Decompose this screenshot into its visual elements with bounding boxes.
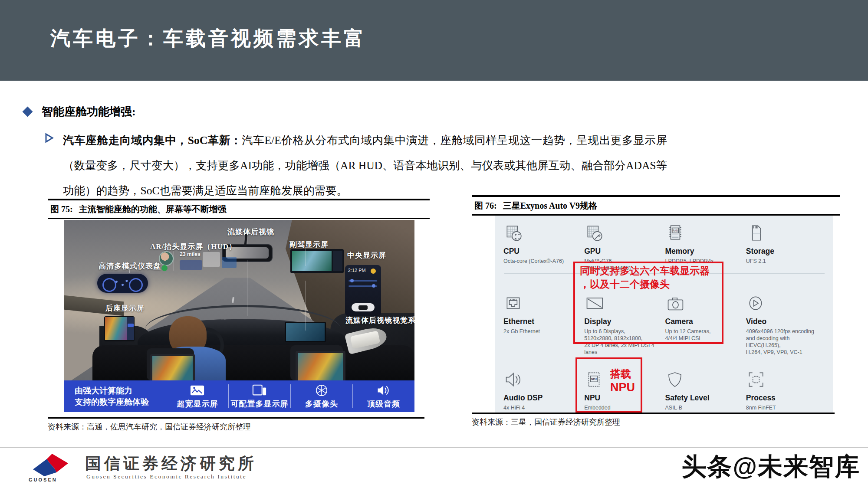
paragraph-bold-lead: 汽车座舱走向域内集中，SoC革新： xyxy=(63,134,242,147)
slider-knob xyxy=(350,279,354,282)
annotation-line1: 同时支持多达六个车载显示器 xyxy=(580,264,710,278)
storage-card-icon xyxy=(746,220,821,242)
hud-map-card xyxy=(222,257,237,268)
feature-顶级音频: 顶级音频 xyxy=(352,384,414,408)
spec-row: Audio DSP4x HiFi 4NPUNPUEmbeddedSafety L… xyxy=(503,367,827,411)
spec-desc: 2x Gb Ethernet xyxy=(503,328,578,335)
npu-annotation: 搭载 NPU xyxy=(610,367,635,394)
tagline-line1: 由强大计算能力 xyxy=(75,385,167,396)
slider-knob xyxy=(372,284,375,288)
figure75-caption: 图 75:主流智能座舱的功能、屏幕等不断增强 xyxy=(48,199,430,219)
spec-name: Ethernet xyxy=(503,317,578,326)
figure76-number: 图 76: xyxy=(474,201,497,210)
rear-seat-screen xyxy=(104,316,135,341)
spec-name: Storage xyxy=(746,247,821,256)
org-name-en: Guosen Securities Economic Research Inst… xyxy=(86,473,247,480)
tagline-line2: 支持的数字座舱体验 xyxy=(75,396,167,408)
feature-label: 顶级音频 xyxy=(367,399,400,409)
slide: 汽车电子：车载音视频需求丰富 智能座舱功能增强: 汽车座舱走向域内集中，SoC革… xyxy=(0,0,868,488)
label-rear-display: 后座显示屏 xyxy=(105,303,145,313)
figure76-source: 资料来源：三星，国信证券经济研究所整理 xyxy=(472,413,835,427)
spec-desc: ASIL-B xyxy=(665,404,740,411)
slider xyxy=(349,280,377,282)
hud-nav-card xyxy=(203,252,220,267)
feature-超宽显示屏: 超宽显示屏 xyxy=(167,384,228,408)
process-chip-icon xyxy=(746,367,821,389)
spec-name: Memory xyxy=(665,247,740,256)
spec-name: Audio DSP xyxy=(503,393,578,403)
connector-line xyxy=(247,260,247,316)
passenger-screen xyxy=(290,249,344,273)
bullet-level1: 智能座舱功能增强: xyxy=(24,104,136,119)
wide-display-icon xyxy=(189,384,206,397)
slider xyxy=(349,285,377,287)
side-mirror-glass xyxy=(350,331,380,349)
spec-desc: 4096x4096 120fps encodingand decoding wi… xyxy=(746,328,821,356)
hud-distance-text: 23 miles xyxy=(180,251,200,257)
spec-desc: UFS 2.1 xyxy=(746,258,821,265)
label-streaming-mirror: 流媒体后视镜 xyxy=(227,227,274,237)
ethernet-port-icon xyxy=(503,290,578,313)
spec-name: Video xyxy=(746,317,821,326)
figure75-source: 资料来源：高通，佐思汽车研究，国信证券经济研究所整理 xyxy=(48,417,424,432)
cockpit-photo: 2:12 PM 23 miles 流媒体后视镜AR/抬头显示屏（HUD）副驾显示… xyxy=(64,220,414,380)
diamond-bullet-icon xyxy=(22,106,33,117)
spec-process: Process8nm FinFET xyxy=(746,367,827,411)
exynos-spec-panel: CPUOcta-core (Cortex®-A76)GPUMali™-G76 (… xyxy=(495,216,833,413)
body-paragraph: 汽车座舱走向域内集中，SoC革新：汽车E/E价格从分布式向域内集中演进，座舱域同… xyxy=(63,128,667,203)
spec-audio-dsp: Audio DSP4x HiFi 4 xyxy=(503,367,584,411)
shield-icon xyxy=(665,367,740,389)
feature-list: 超宽显示屏可配置多显示屏多摄像头顶级音频 xyxy=(167,384,414,408)
feature-label: 多摄像头 xyxy=(305,399,338,409)
org-name-cn: 国信证券经济研究所 xyxy=(85,453,257,475)
feature-label: 可配置多显示屏 xyxy=(231,399,289,409)
rear-seat-menu-selected xyxy=(128,324,134,327)
hud-card xyxy=(180,260,202,270)
label-ar-hud: AR/抬头显示屏（HUD） xyxy=(150,242,237,252)
video-play-icon xyxy=(746,290,821,313)
rear-seat-screen-content xyxy=(105,317,127,340)
svg-text:RAM: RAM xyxy=(672,229,678,232)
guosen-logo-text: GUOSEN xyxy=(29,477,57,482)
multi-display-icon xyxy=(251,384,268,397)
cluster-dots xyxy=(112,279,133,287)
ram-chip-icon: RAM xyxy=(665,220,740,242)
feature-bar-tagline: 由强大计算能力 支持的数字座舱体验 xyxy=(64,385,167,408)
watermark-text: 头条@未来智库 xyxy=(681,450,860,484)
connector-line xyxy=(174,251,174,271)
passenger-screen-menu xyxy=(333,251,342,271)
sun-icon xyxy=(371,269,376,274)
slide-header: 汽车电子：车载音视频需求丰富 xyxy=(0,0,868,81)
label-passenger-display: 副驾显示屏 xyxy=(289,239,329,249)
npu-annotation-line1: 搭载 xyxy=(610,367,635,381)
npu-annotation-line2: NPU xyxy=(610,381,635,394)
passenger-screen-content xyxy=(292,251,332,271)
clock-text: 2:12 PM xyxy=(348,268,366,273)
annotation-line2: ，以及十二个摄像头 xyxy=(580,278,710,291)
figure76-caption: 图 76:三星Exynos Auto V9规格 xyxy=(472,195,840,216)
headrest-screen-right xyxy=(296,351,345,380)
connector-line xyxy=(306,281,306,331)
spec-name: Safety Level xyxy=(665,393,740,403)
page-title: 汽车电子：车载音视频需求丰富 xyxy=(50,25,366,52)
label-center-display: 中央显示屏 xyxy=(347,250,386,260)
spec-name: Process xyxy=(746,393,821,403)
row-divider xyxy=(504,359,825,359)
spec-ethernet: Ethernet2x Gb Ethernet xyxy=(503,290,584,356)
bullet-heading: 智能座舱功能增强: xyxy=(42,104,136,119)
spec-safety-level: Safety LevelASIL-B xyxy=(665,367,746,411)
figure75-title: 主流智能座舱的功能、屏幕等不断增强 xyxy=(79,204,227,214)
car-topview-window xyxy=(358,305,368,310)
spec-video: Video4096x4096 120fps encodingand decodi… xyxy=(746,290,827,356)
display-camera-annotation: 同时支持多达六个车载显示器 ，以及十二个摄像头 xyxy=(580,264,710,291)
spec-desc: 8nm FinFET xyxy=(746,404,821,411)
cpu-chip-icon xyxy=(503,220,578,242)
gpu-chip-icon xyxy=(584,220,659,242)
figure76-title: 三星Exynos Auto V9规格 xyxy=(503,201,597,210)
instrument-cluster xyxy=(97,274,148,293)
connector-line xyxy=(306,249,306,266)
multi-camera-icon xyxy=(314,384,329,397)
feature-多摄像头: 多摄像头 xyxy=(290,384,352,408)
label-hd-cluster: 高清多模式仪表盘 xyxy=(99,261,161,271)
hud-call-icon xyxy=(161,265,168,271)
